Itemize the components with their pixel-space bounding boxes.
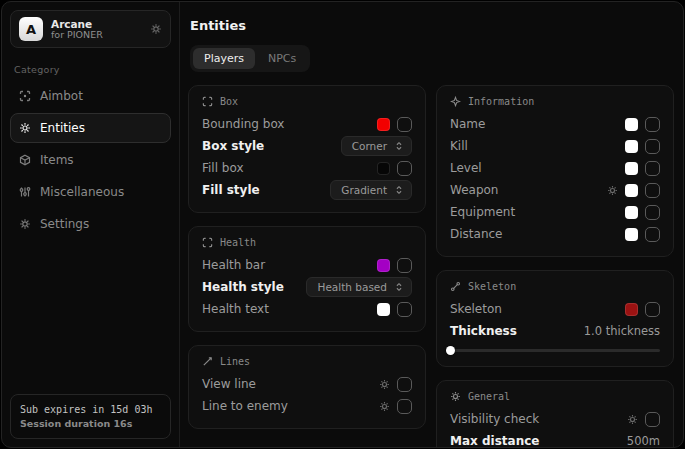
- page-title: Entities: [190, 18, 674, 33]
- cube-icon: [19, 154, 31, 166]
- equipment-row: Equipment: [450, 201, 660, 223]
- dropdown-expand-icon: [394, 141, 404, 151]
- panel-title: Skeleton: [468, 281, 516, 292]
- kill-checkbox[interactable]: [645, 139, 660, 154]
- thickness-slider-thumb[interactable]: [446, 346, 455, 355]
- app-name: Arcane: [51, 18, 142, 30]
- skeleton-row: Skeleton: [450, 298, 660, 320]
- health-text-color-swatch[interactable]: [377, 303, 390, 316]
- sidebar-item-miscellaneous[interactable]: Miscellaneous: [10, 177, 171, 207]
- bounding-box-color-swatch[interactable]: [377, 118, 390, 131]
- lines-panel: Lines View line Line to enemy: [188, 345, 426, 429]
- box-style-dropdown[interactable]: Corner: [341, 136, 412, 156]
- session-duration-text: Session duration 16s: [20, 417, 161, 431]
- box-panel: Box Bounding box Box style Corner: [188, 85, 426, 213]
- kill-color-swatch[interactable]: [625, 140, 638, 153]
- skeleton-checkbox[interactable]: [645, 302, 660, 317]
- kill-row: Kill: [450, 135, 660, 157]
- box-style-row: Box style Corner: [202, 135, 412, 157]
- sun-icon: [450, 391, 461, 402]
- brand-gear-icon[interactable]: [150, 23, 162, 35]
- weapon-color-swatch[interactable]: [625, 184, 638, 197]
- visibility-check-row: Visibility check: [450, 408, 660, 430]
- sidebar-item-aimbot[interactable]: Aimbot: [10, 81, 171, 111]
- thickness-slider[interactable]: [450, 346, 660, 355]
- tab-npcs[interactable]: NPCs: [257, 48, 307, 69]
- panel-title: General: [468, 391, 510, 402]
- sidebar-item-label: Entities: [40, 121, 85, 135]
- bounding-box-checkbox[interactable]: [397, 117, 412, 132]
- health-bar-color-swatch[interactable]: [377, 259, 390, 272]
- main-content: Entities Players NPCs Box Bounding box: [180, 2, 683, 447]
- gear-icon: [19, 218, 31, 230]
- fill-style-dropdown[interactable]: Gradient: [330, 180, 412, 200]
- distance-checkbox[interactable]: [645, 227, 660, 242]
- sidebar-item-entities[interactable]: Entities: [10, 113, 171, 143]
- arcane-window: A Arcane for PIONER Category Aimbot: [1, 1, 684, 448]
- level-checkbox[interactable]: [645, 161, 660, 176]
- health-style-row: Health style Health based: [202, 276, 412, 298]
- equipment-color-swatch[interactable]: [625, 206, 638, 219]
- panel-title: Health: [220, 237, 256, 248]
- information-panel: Information Name Kill: [436, 85, 674, 257]
- max-distance-row: Max distance 500m: [450, 430, 660, 447]
- max-distance-value: 500m: [627, 434, 660, 447]
- visibility-check-checkbox[interactable]: [645, 412, 660, 427]
- entities-icon: [19, 122, 31, 134]
- tab-players[interactable]: Players: [193, 48, 255, 69]
- name-row: Name: [450, 113, 660, 135]
- dropdown-expand-icon: [394, 282, 404, 292]
- distance-row: Distance: [450, 223, 660, 245]
- subscription-card: Sub expires in 15d 03h Session duration …: [10, 394, 171, 439]
- app-subtitle: for PIONER: [51, 30, 142, 41]
- bone-icon: [450, 281, 461, 292]
- skeleton-color-swatch[interactable]: [625, 303, 638, 316]
- sidebar-item-label: Items: [40, 153, 74, 167]
- view-line-checkbox[interactable]: [397, 377, 412, 392]
- visibility-settings-icon[interactable]: [627, 414, 638, 425]
- skeleton-panel: Skeleton Skeleton Thickness 1.0 thicknes…: [436, 270, 674, 367]
- line-to-enemy-settings-icon[interactable]: [379, 401, 390, 412]
- brand-card: A Arcane for PIONER: [10, 10, 171, 48]
- view-line-row: View line: [202, 373, 412, 395]
- sidebar-item-settings[interactable]: Settings: [10, 209, 171, 239]
- line-to-enemy-row: Line to enemy: [202, 395, 412, 417]
- fill-box-row: Fill box: [202, 157, 412, 179]
- sidebar-item-label: Miscellaneous: [40, 185, 124, 199]
- health-corners-icon: [202, 237, 213, 248]
- weapon-settings-icon[interactable]: [607, 185, 618, 196]
- health-bar-checkbox[interactable]: [397, 258, 412, 273]
- health-text-checkbox[interactable]: [397, 302, 412, 317]
- sidebar-item-label: Aimbot: [40, 89, 83, 103]
- health-text-row: Health text: [202, 298, 412, 320]
- weapon-row: Weapon: [450, 179, 660, 201]
- equipment-checkbox[interactable]: [645, 205, 660, 220]
- view-line-settings-icon[interactable]: [379, 379, 390, 390]
- level-color-swatch[interactable]: [625, 162, 638, 175]
- sidebar: A Arcane for PIONER Category Aimbot: [2, 2, 180, 447]
- fill-box-color-swatch[interactable]: [377, 162, 390, 175]
- sub-expiry-text: Sub expires in 15d 03h: [20, 402, 161, 417]
- name-color-swatch[interactable]: [625, 118, 638, 131]
- panel-title: Information: [468, 96, 534, 107]
- diagonal-line-icon: [202, 356, 213, 367]
- tab-bar: Players NPCs: [190, 45, 310, 72]
- category-label: Category: [14, 64, 171, 75]
- panel-title: Lines: [220, 356, 250, 367]
- sidebar-item-items[interactable]: Items: [10, 145, 171, 175]
- health-style-dropdown[interactable]: Health based: [306, 277, 412, 297]
- thickness-value: 1.0 thickness: [584, 324, 660, 338]
- line-to-enemy-checkbox[interactable]: [397, 399, 412, 414]
- level-row: Level: [450, 157, 660, 179]
- sparkle-icon: [450, 96, 461, 107]
- fill-box-checkbox[interactable]: [397, 161, 412, 176]
- distance-color-swatch[interactable]: [625, 228, 638, 241]
- bounding-box-row: Bounding box: [202, 113, 412, 135]
- health-bar-row: Health bar: [202, 254, 412, 276]
- box-corners-icon: [202, 96, 213, 107]
- general-panel: General Visibility check Max distance 50…: [436, 380, 674, 447]
- app-logo: A: [19, 17, 43, 41]
- thickness-row: Thickness 1.0 thickness: [450, 320, 660, 342]
- name-checkbox[interactable]: [645, 117, 660, 132]
- weapon-checkbox[interactable]: [645, 183, 660, 198]
